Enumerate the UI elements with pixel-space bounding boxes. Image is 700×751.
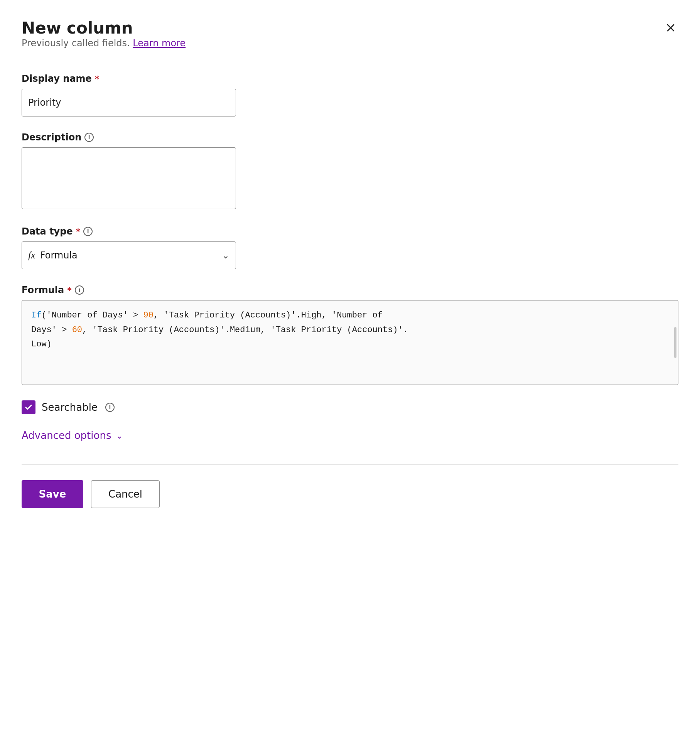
data-type-select[interactable]: fx Formula ⌄ xyxy=(22,241,236,269)
display-name-group: Display name * xyxy=(22,73,678,116)
footer-buttons: Save Cancel xyxy=(22,480,678,508)
data-type-group: Data type * i fx Formula ⌄ xyxy=(22,226,678,269)
data-type-info-icon[interactable]: i xyxy=(83,227,93,236)
searchable-checkbox[interactable] xyxy=(22,400,35,414)
description-group: Description i xyxy=(22,132,678,211)
dialog-subtitle: Previously called fields. Learn more xyxy=(22,38,186,49)
data-type-required-star: * xyxy=(76,227,81,236)
footer-divider xyxy=(22,464,678,465)
close-button[interactable] xyxy=(663,20,678,35)
dialog-header: New column Previously called fields. Lea… xyxy=(22,19,678,70)
data-type-label: Data type * i xyxy=(22,226,678,237)
dialog-title: New column xyxy=(22,19,186,38)
formula-text: If('Number of Days' > 90, 'Task Priority… xyxy=(31,308,669,351)
searchable-info-icon[interactable]: i xyxy=(105,403,115,412)
select-left: fx Formula xyxy=(28,250,78,261)
description-info-icon[interactable]: i xyxy=(84,133,94,142)
formula-label: Formula * i xyxy=(22,285,678,295)
formula-group: Formula * i If('Number of Days' > 90, 'T… xyxy=(22,285,678,385)
advanced-options-label: Advanced options xyxy=(22,430,111,441)
required-star: * xyxy=(95,74,100,84)
chevron-down-icon: ⌄ xyxy=(222,250,229,261)
formula-required-star: * xyxy=(67,285,72,295)
searchable-label: Searchable xyxy=(42,402,98,413)
searchable-row: Searchable i xyxy=(22,400,678,414)
subtitle-text: Previously called fields. xyxy=(22,38,130,49)
formula-info-icon[interactable]: i xyxy=(75,285,84,295)
data-type-value: Formula xyxy=(40,250,78,261)
advanced-options-button[interactable]: Advanced options ⌄ xyxy=(22,430,123,441)
description-label: Description i xyxy=(22,132,678,143)
learn-more-link[interactable]: Learn more xyxy=(133,38,186,49)
searchable-checkbox-wrapper[interactable]: Searchable xyxy=(22,400,98,414)
new-column-dialog: New column Previously called fields. Lea… xyxy=(0,0,700,751)
display-name-input[interactable] xyxy=(22,89,236,116)
description-input[interactable] xyxy=(22,147,236,209)
fx-icon: fx xyxy=(28,250,35,261)
save-button[interactable]: Save xyxy=(22,480,83,508)
cancel-button[interactable]: Cancel xyxy=(91,480,160,508)
scrollbar[interactable] xyxy=(674,327,676,358)
data-type-select-wrapper: fx Formula ⌄ xyxy=(22,241,236,269)
advanced-options-chevron-icon: ⌄ xyxy=(116,431,123,440)
formula-editor[interactable]: If('Number of Days' > 90, 'Task Priority… xyxy=(22,300,678,385)
display-name-label: Display name * xyxy=(22,73,678,84)
